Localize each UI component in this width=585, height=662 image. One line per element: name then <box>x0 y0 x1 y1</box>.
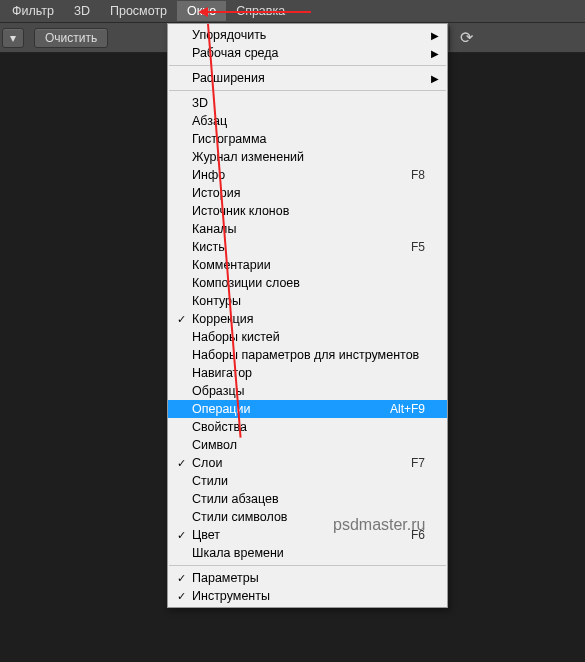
menu-item[interactable]: Композиции слоев <box>168 274 447 292</box>
check-icon: ✓ <box>174 313 188 326</box>
menu-item-shortcut: F5 <box>411 240 425 254</box>
menu-item[interactable]: Шкала времени <box>168 544 447 562</box>
menu-item-label: Шкала времени <box>192 546 425 560</box>
menu-item-label: Абзац <box>192 114 425 128</box>
menu-фильтр[interactable]: Фильтр <box>2 1 64 21</box>
menu-item-label: Слои <box>192 456 411 470</box>
menu-item-label: 3D <box>192 96 425 110</box>
menu-item-label: Операции <box>192 402 390 416</box>
menu-item[interactable]: ✓Коррекция <box>168 310 447 328</box>
check-icon: ✓ <box>174 457 188 470</box>
menu-item-label: Инфо <box>192 168 411 182</box>
menu-item-label: Свойства <box>192 420 425 434</box>
menu-item-label: Наборы кистей <box>192 330 425 344</box>
toolbar-dropdown-button[interactable]: ▾ <box>2 28 24 48</box>
menu-item[interactable]: Образцы <box>168 382 447 400</box>
menu-item-label: Параметры <box>192 571 425 585</box>
menu-item[interactable]: Каналы <box>168 220 447 238</box>
menu-item-shortcut: F8 <box>411 168 425 182</box>
menu-item-label: Расширения <box>192 71 425 85</box>
menu-item[interactable]: Комментарии <box>168 256 447 274</box>
menu-item[interactable]: ✓Инструменты <box>168 587 447 605</box>
menu-separator <box>169 90 446 91</box>
menu-item-label: Коррекция <box>192 312 425 326</box>
menu-item[interactable]: Символ <box>168 436 447 454</box>
menu-item[interactable]: Контуры <box>168 292 447 310</box>
menu-item-label: История <box>192 186 425 200</box>
check-icon: ✓ <box>174 572 188 585</box>
menu-item-label: Навигатор <box>192 366 425 380</box>
menu-item[interactable]: ✓Параметры <box>168 569 447 587</box>
menu-item[interactable]: Журнал изменений <box>168 148 447 166</box>
menu-item-label: Образцы <box>192 384 425 398</box>
submenu-arrow-icon: ▶ <box>431 73 439 84</box>
annotation-arrow <box>206 11 311 13</box>
menu-item[interactable]: КистьF5 <box>168 238 447 256</box>
menu-item-label: Символ <box>192 438 425 452</box>
menu-item[interactable]: Навигатор <box>168 364 447 382</box>
submenu-arrow-icon: ▶ <box>431 30 439 41</box>
check-icon: ✓ <box>174 590 188 603</box>
menu-item-label: Наборы параметров для инструментов <box>192 348 425 362</box>
menu-item[interactable]: ОперацииAlt+F9 <box>168 400 447 418</box>
menu-item[interactable]: Свойства <box>168 418 447 436</box>
menu-item-label: Упорядочить <box>192 28 425 42</box>
menu-item[interactable]: Наборы кистей <box>168 328 447 346</box>
menu-item[interactable]: ✓СлоиF7 <box>168 454 447 472</box>
menu-item-label: Рабочая среда <box>192 46 425 60</box>
menu-item[interactable]: История <box>168 184 447 202</box>
menu-separator <box>169 565 446 566</box>
menu-item[interactable]: Источник клонов <box>168 202 447 220</box>
menu-item[interactable]: Стили <box>168 472 447 490</box>
menu-item[interactable]: Абзац <box>168 112 447 130</box>
refresh-icon[interactable]: ⟳ <box>449 26 473 50</box>
clear-button[interactable]: Очистить <box>34 28 108 48</box>
check-icon: ✓ <box>174 529 188 542</box>
menu-item-label: Стили абзацев <box>192 492 425 506</box>
menu-item-label: Стили <box>192 474 425 488</box>
menu-item-label: Журнал изменений <box>192 150 425 164</box>
menu-item-shortcut: F7 <box>411 456 425 470</box>
menu-item-label: Каналы <box>192 222 425 236</box>
menu-3d[interactable]: 3D <box>64 1 100 21</box>
menu-item[interactable]: ИнфоF8 <box>168 166 447 184</box>
menu-item[interactable]: Стили абзацев <box>168 490 447 508</box>
menu-item-shortcut: Alt+F9 <box>390 402 425 416</box>
menu-item[interactable]: Наборы параметров для инструментов <box>168 346 447 364</box>
watermark: psdmaster.ru <box>333 516 425 534</box>
menu-item[interactable]: 3D <box>168 94 447 112</box>
menu-просмотр[interactable]: Просмотр <box>100 1 177 21</box>
menu-item-label: Инструменты <box>192 589 425 603</box>
submenu-arrow-icon: ▶ <box>431 48 439 59</box>
menu-item[interactable]: Гистограмма <box>168 130 447 148</box>
menu-item-label: Источник клонов <box>192 204 425 218</box>
chevron-down-icon: ▾ <box>10 31 16 45</box>
menu-item-label: Гистограмма <box>192 132 425 146</box>
menu-item-label: Контуры <box>192 294 425 308</box>
